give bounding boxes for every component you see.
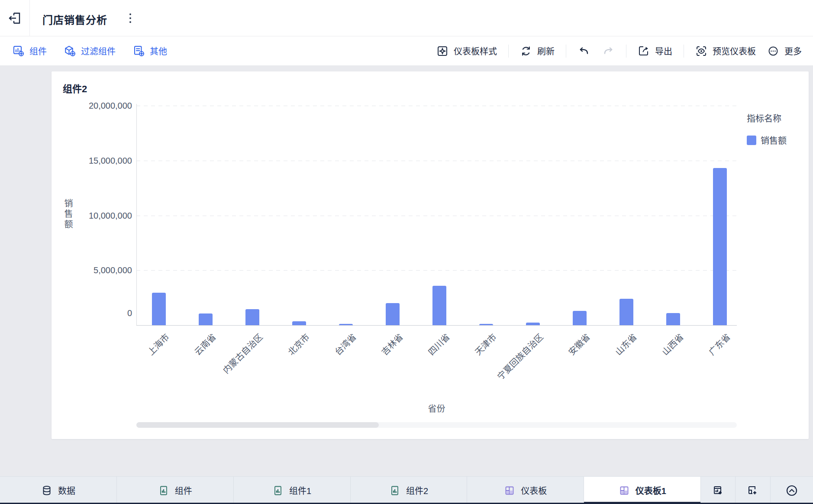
chart-add-icon [13,45,24,57]
x-tick-label: 内蒙古自治区 [219,330,265,376]
y-tick-label: 15,000,000 [77,155,132,165]
export-label: 导出 [655,45,672,57]
tab-label: 仪表板 [521,484,547,497]
undo-button[interactable] [577,45,590,57]
chart-h-scrollbar-thumb[interactable] [136,422,379,428]
chart-page-icon [389,485,400,496]
add-filter-component-button[interactable]: 过滤组件 [64,45,116,57]
legend-swatch [747,136,756,145]
dashboard-style-label: 仪表板样式 [454,45,497,57]
y-tick-label: 20,000,000 [77,101,132,111]
tab-label: 组件 [175,484,192,497]
x-tick-label: 宁夏回族自治区 [494,330,546,382]
dashboard-canvas: 组件2 05,000,00010,000,00015,000,00020,000… [0,66,813,476]
bar-四川省[interactable] [432,286,446,325]
refresh-button[interactable]: 刷新 [520,45,555,57]
x-tick-label: 云南省 [191,330,219,358]
tab-dashboard1-active[interactable]: 仪表板1 [584,477,701,504]
more-button[interactable]: 更多 [767,45,802,57]
bar-宁夏回族自治区[interactable] [526,323,540,325]
tab-label: 组件2 [406,484,428,497]
add-dashboard-tab-button[interactable] [736,477,771,504]
gridline [136,270,737,271]
gridline [136,161,737,161]
toolbar-left-group: 组件 过滤组件 [0,45,167,57]
bar-云南省[interactable] [199,313,213,325]
tab-label: 组件1 [289,484,311,497]
app-root: 门店销售分析 组件 [0,0,813,504]
gridline [136,216,737,216]
header-bar: 门店销售分析 [0,0,813,36]
x-tick-label: 四川省 [425,330,452,358]
preview-eye-icon [695,45,707,57]
redo-button[interactable] [602,45,615,57]
style-star-icon [436,45,448,57]
preview-dashboard-label: 预览仪表板 [713,45,756,57]
export-button[interactable]: 导出 [638,45,672,57]
legend-title: 指标名称 [747,112,787,124]
document-add-icon [133,45,145,57]
gridline [136,106,737,106]
tab-component1[interactable]: 组件1 [234,477,351,504]
undo-icon [577,45,590,57]
redo-icon [602,45,615,57]
tab-component[interactable]: 组件 [117,477,234,504]
refresh-icon [520,45,532,57]
x-tick-label: 广东省 [706,330,733,358]
tab-data[interactable]: 数据 [0,477,117,504]
x-tick-label: 北京市 [285,330,312,358]
refresh-label: 刷新 [537,45,555,57]
database-icon [41,485,52,496]
widget-card[interactable]: 组件2 05,000,00010,000,00015,000,00020,000… [52,71,809,439]
bar-山东省[interactable] [619,299,633,325]
exit-icon[interactable] [7,10,23,26]
tab-component2[interactable]: 组件2 [351,477,468,504]
bar-内蒙古自治区[interactable] [245,309,259,325]
chart-h-scrollbar-track[interactable] [136,422,737,428]
bar-安徽省[interactable] [573,311,587,325]
preview-dashboard-button[interactable]: 预览仪表板 [695,45,756,57]
chevron-up-circle-icon [785,484,799,498]
tab-dashboard[interactable]: 仪表板 [467,477,584,504]
toolbar-right-group: 仪表板样式 刷新 [436,45,813,58]
page-title: 门店销售分析 [42,12,107,27]
more-menu-icon[interactable] [125,11,136,25]
bar-北京市[interactable] [292,321,306,325]
toolbar-separator [626,45,626,58]
export-icon [638,45,650,57]
plot-area: 05,000,00010,000,00015,000,00020,000,000… [52,71,809,439]
x-tick-label: 吉林省 [378,330,406,358]
bar-山西省[interactable] [666,313,680,325]
bar-台湾省[interactable] [339,324,353,325]
legend-item-label: 销售额 [761,134,787,146]
bottom-tab-bar: 数据 组件 组件1 [0,476,813,504]
add-other-button[interactable]: 其他 [133,45,167,57]
x-tick-label: 山西省 [659,330,686,358]
y-tick-label: 5,000,000 [77,265,132,275]
add-filter-component-label: 过滤组件 [81,45,116,57]
collapse-panel-button[interactable] [771,477,813,504]
chart-legend: 指标名称 销售额 [747,112,787,146]
add-other-label: 其他 [150,45,167,57]
toolbar-separator [566,45,566,58]
chart-page-icon [158,485,169,496]
x-axis-line [136,325,737,326]
add-component-button[interactable]: 组件 [13,45,47,57]
y-tick-label: 10,000,000 [77,210,132,220]
toolbar: 组件 过滤组件 [0,36,813,66]
bar-天津市[interactable] [479,324,493,325]
add-component-tab-button[interactable] [701,477,736,504]
x-tick-label: 上海市 [145,330,172,358]
header-divider [29,0,30,36]
bar-吉林省[interactable] [386,303,400,325]
bar-上海市[interactable] [152,293,166,325]
tab-label: 仪表板1 [636,484,666,497]
add-chart-tab-icon [712,485,724,497]
legend-item[interactable]: 销售额 [747,134,787,146]
dashboard-style-button[interactable]: 仪表板样式 [436,45,497,57]
toolbar-separator [684,45,684,58]
bar-广东省[interactable] [713,168,727,325]
more-label: 更多 [784,45,802,57]
x-tick-label: 天津市 [472,330,499,358]
x-axis-title: 省份 [136,402,737,414]
